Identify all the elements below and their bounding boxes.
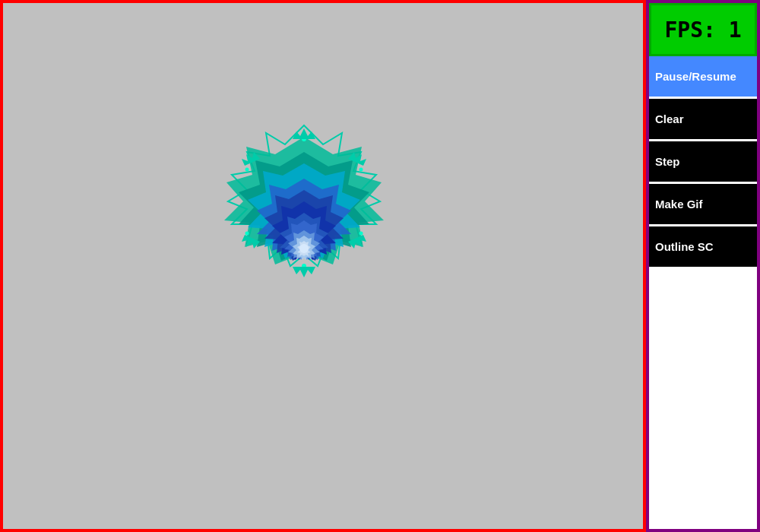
- fractal-visualization: [144, 103, 464, 429]
- step-button[interactable]: Step: [649, 141, 757, 184]
- sidebar-bottom-space: [649, 269, 757, 529]
- svg-point-15: [359, 232, 363, 236]
- svg-marker-20: [293, 267, 315, 277]
- fps-counter: FPS: 1: [649, 3, 757, 56]
- pause-resume-button[interactable]: Pause/Resume: [649, 56, 757, 99]
- svg-point-18: [245, 168, 249, 172]
- main-canvas: [0, 0, 646, 532]
- sidebar: FPS: 1 Pause/Resume Clear Step Make Gif …: [646, 0, 760, 532]
- svg-point-17: [245, 232, 249, 236]
- svg-point-12: [299, 244, 309, 253]
- svg-point-14: [359, 168, 363, 172]
- make-gif-button[interactable]: Make Gif: [649, 184, 757, 226]
- outline-sc-button[interactable]: Outline SC: [649, 226, 757, 269]
- svg-marker-19: [293, 128, 315, 139]
- fps-value: FPS: 1: [664, 17, 741, 43]
- clear-button[interactable]: Clear: [649, 99, 757, 141]
